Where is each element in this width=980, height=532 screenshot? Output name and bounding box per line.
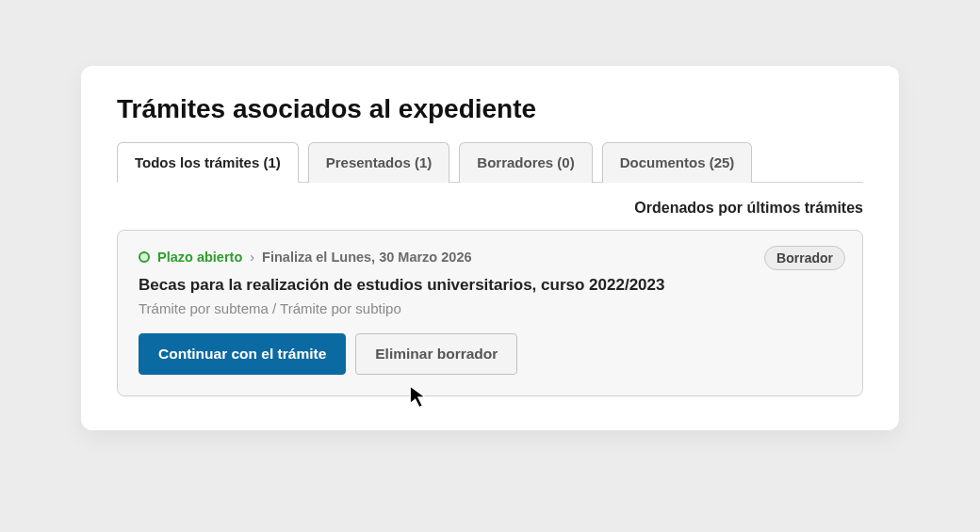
subtheme-label: Trámite por subtema (139, 300, 269, 316)
ends-label: Finaliza el Lunes, 30 Marzo 2026 (262, 250, 471, 265)
tab-todos[interactable]: Todos los trámites (1) (117, 142, 299, 183)
status-label: Plazo abierto (157, 250, 242, 265)
tab-documentos[interactable]: Documentos (25) (602, 142, 753, 183)
status-open-icon (139, 251, 150, 263)
continue-button[interactable]: Continuar con el trámite (139, 333, 346, 375)
tab-borradores[interactable]: Borradores (0) (459, 142, 592, 183)
subtype-label: Trámite por subtipo (280, 300, 401, 316)
page-title: Trámites asociados al expediente (117, 94, 863, 124)
chevron-right-icon: › (250, 250, 254, 265)
tabs-container: Todos los trámites (1) Presentados (1) B… (117, 141, 863, 183)
status-badge: Borrador (764, 246, 845, 270)
tab-presentados[interactable]: Presentados (1) (308, 142, 450, 183)
status-line: Plazo abierto › Finaliza el Lunes, 30 Ma… (139, 250, 841, 265)
tramite-item: Plazo abierto › Finaliza el Lunes, 30 Ma… (117, 230, 863, 396)
actions-row: Continuar con el trámite Eliminar borrad… (139, 333, 841, 375)
expediente-card: Trámites asociados al expediente Todos l… (81, 66, 899, 430)
sort-label: Ordenados por últimos trámites (117, 200, 863, 217)
item-title: Becas para la realización de estudios un… (139, 276, 841, 295)
subline-separator: / (269, 300, 280, 316)
item-subline: Trámite por subtema / Trámite por subtip… (139, 300, 841, 316)
delete-draft-button[interactable]: Eliminar borrador (355, 333, 517, 375)
